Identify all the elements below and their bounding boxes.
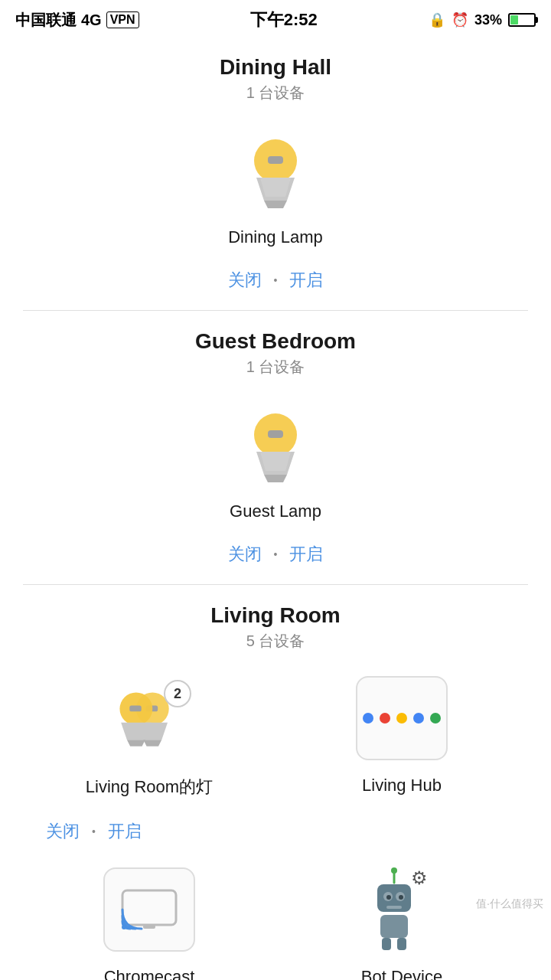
living-lamp-name: Living Room的灯 <box>86 776 213 799</box>
dining-lamp-on-button[interactable]: 开启 <box>289 269 323 292</box>
dining-hall-devices: Dining Lamp <box>0 116 551 266</box>
hub-dot-blue <box>363 713 373 724</box>
battery-icon <box>508 13 536 27</box>
svg-rect-18 <box>122 890 176 925</box>
bot-device-name: Bot Device <box>361 967 442 980</box>
device-guest-lamp[interactable]: Guest Lamp <box>23 390 528 540</box>
svg-marker-7 <box>264 475 287 482</box>
svg-marker-12 <box>143 740 161 746</box>
living-room-devices-row2: Chromecast ⚙ <box>0 855 551 980</box>
svg-rect-29 <box>386 906 402 909</box>
svg-marker-2 <box>264 201 287 208</box>
guest-bedroom-subtitle: 1 台设备 <box>0 357 551 377</box>
hub-dot-yellow <box>396 713 407 724</box>
guest-lamp-off-button[interactable]: 关闭 <box>228 543 262 566</box>
guest-bedroom-devices: Guest Lamp <box>0 390 551 540</box>
section-living-room: Living Room 5 台设备 <box>0 585 551 980</box>
guest-lamp-name: Guest Lamp <box>230 501 321 521</box>
watermark: 值·什么值得买 <box>476 897 543 911</box>
svg-marker-4 <box>260 178 291 197</box>
svg-rect-8 <box>268 430 283 438</box>
lock-icon: 🔒 <box>429 11 445 28</box>
main-content: Dining Hall 1 台设备 <box>0 37 551 980</box>
dining-lamp-name: Dining Lamp <box>228 227 323 247</box>
alarm-icon: ⏰ <box>452 11 468 28</box>
svg-marker-9 <box>260 452 291 471</box>
cast-device-icon <box>103 867 195 952</box>
bot-svg: ⚙ <box>364 867 440 952</box>
hub-device-icon <box>356 676 448 760</box>
dining-hall-title: Dining Hall <box>0 55 551 80</box>
svg-rect-17 <box>129 706 141 712</box>
bot-device-icon: ⚙ <box>356 867 448 952</box>
hub-dot-green <box>430 713 441 724</box>
dining-hall-subtitle: 1 台设备 <box>0 83 551 103</box>
guest-lamp-icon-wrap <box>230 402 321 494</box>
living-lamp-dot: • <box>92 825 96 838</box>
chromecast-icon-wrap <box>103 867 195 959</box>
living-room-title: Living Room <box>0 603 551 628</box>
bot-icon-wrap: ⚙ <box>356 867 448 959</box>
svg-marker-16 <box>127 740 145 746</box>
status-time: 下午2:52 <box>250 8 318 31</box>
status-right: 🔒 ⏰ 33% <box>429 11 536 28</box>
dining-lamp-off-button[interactable]: 关闭 <box>228 269 262 292</box>
guest-lamp-on-button[interactable]: 开启 <box>289 543 323 566</box>
hub-dot-red <box>380 713 390 724</box>
device-dining-lamp[interactable]: Dining Lamp <box>23 116 528 266</box>
carrier-text: 中国联通 <box>15 10 77 31</box>
living-lamp-on-button[interactable]: 开启 <box>108 820 142 843</box>
svg-rect-30 <box>380 915 408 938</box>
guest-lamp-dot: • <box>274 548 278 560</box>
hub-dots <box>363 713 441 724</box>
living-lamp-off-button[interactable]: 关闭 <box>46 820 80 843</box>
section-guest-bedroom: Guest Bedroom 1 台设备 Guest Lamp 关闭 • <box>0 311 551 585</box>
living-hub-icon-wrap <box>356 676 448 768</box>
svg-rect-32 <box>397 938 406 950</box>
device-chromecast[interactable]: Chromecast <box>23 855 276 980</box>
svg-rect-3 <box>268 156 283 164</box>
device-bot[interactable]: ⚙ <box>276 855 528 980</box>
section-dining-hall: Dining Hall 1 台设备 <box>0 37 551 311</box>
status-left: 中国联通 4G VPN <box>15 10 139 31</box>
living-room-subtitle: 5 台设备 <box>0 631 551 652</box>
device-living-lamp[interactable]: 2 Living Room的灯 <box>23 664 276 817</box>
living-hub-name: Living Hub <box>362 776 442 795</box>
vpn-text: VPN <box>106 11 139 28</box>
network-text: 4G <box>81 11 102 29</box>
dining-lamp-icon-wrap <box>230 128 321 220</box>
hub-dot-blue2 <box>413 713 424 724</box>
svg-rect-31 <box>382 938 391 950</box>
guest-lamp-svg <box>241 406 310 490</box>
living-room-devices: 2 Living Room的灯 <box>0 664 551 817</box>
svg-text:⚙: ⚙ <box>411 867 428 888</box>
dining-lamp-dot: • <box>274 274 278 286</box>
svg-rect-20 <box>143 925 155 929</box>
dining-lamp-controls: 关闭 • 开启 <box>0 269 551 292</box>
cast-svg <box>119 887 180 933</box>
status-bar: 中国联通 4G VPN 下午2:52 🔒 ⏰ 33% <box>0 0 551 37</box>
svg-point-27 <box>386 895 391 900</box>
chromecast-name: Chromecast <box>104 967 195 980</box>
living-lamp-controls: 关闭 • 开启 <box>0 820 551 843</box>
guest-bedroom-title: Guest Bedroom <box>0 329 551 354</box>
svg-point-28 <box>399 895 403 900</box>
svg-point-19 <box>122 925 126 929</box>
living-lamp-icon-wrap: 2 <box>103 676 195 768</box>
guest-lamp-controls: 关闭 • 开启 <box>0 543 551 566</box>
living-lamp-badge: 2 <box>164 680 191 707</box>
device-living-hub[interactable]: Living Hub <box>276 664 528 817</box>
svg-point-23 <box>391 867 397 874</box>
dining-lamp-svg <box>241 132 310 216</box>
battery-percent: 33% <box>474 12 502 28</box>
